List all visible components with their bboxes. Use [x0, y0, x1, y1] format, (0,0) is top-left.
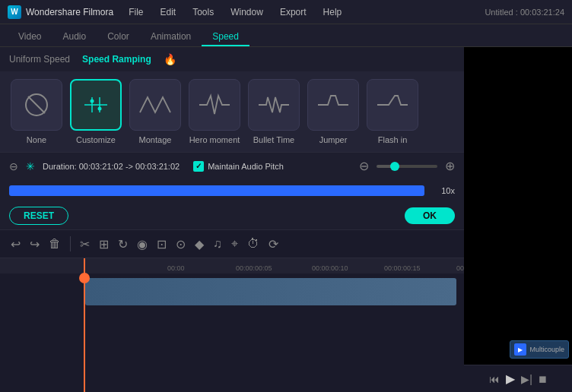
duration-from: 00:03:21:02: [79, 162, 123, 171]
menu-bar: File Edit Tools Window Export Help: [126, 5, 485, 19]
reset-button[interactable]: RESET: [9, 207, 68, 225]
multicouple-thumbnail[interactable]: ▶ Multicouple: [510, 340, 569, 359]
ruler-playhead: [84, 258, 85, 273]
ruler-label-3: 00:00:00:15: [384, 264, 421, 272]
crop-btn[interactable]: ⊞: [96, 234, 112, 254]
app-name: Wondershare Filmora: [26, 7, 113, 17]
preset-flash-in[interactable]: Flash in: [367, 79, 418, 144]
preset-bullet-time[interactable]: Bullet Time: [248, 79, 300, 144]
tab-animation[interactable]: Animation: [140, 28, 202, 46]
freeze-minus-btn[interactable]: ⊖: [9, 160, 18, 172]
preset-flash-in-icon: [373, 90, 412, 120]
speed-track: [9, 185, 424, 196]
menu-export[interactable]: Export: [277, 5, 310, 19]
timeline-tracks: [0, 273, 464, 392]
preset-jumper-box: [307, 79, 359, 131]
color-btn[interactable]: ◉: [134, 234, 151, 254]
menu-tools[interactable]: Tools: [189, 5, 217, 19]
preset-customize-box: [70, 79, 122, 131]
ok-button[interactable]: OK: [405, 207, 455, 224]
maintain-pitch-container[interactable]: ✓ Maintain Audio Pitch: [193, 161, 284, 172]
preset-none-label: None: [27, 135, 46, 144]
preview-skip-fwd-btn[interactable]: ▶|: [521, 373, 532, 385]
preset-customize-label: Customize: [76, 135, 116, 144]
menu-file[interactable]: File: [126, 5, 146, 19]
tab-video[interactable]: Video: [8, 28, 52, 46]
stabilize-btn[interactable]: ⌖: [228, 234, 241, 254]
tab-speed-ramping[interactable]: Speed Ramping: [82, 54, 151, 65]
preset-hero-moment-icon: [195, 90, 234, 120]
svg-point-6: [98, 107, 102, 111]
preset-montage[interactable]: Montage: [129, 79, 181, 144]
freeze-icon: ✳: [26, 160, 35, 172]
preset-bullet-time-label: Bullet Time: [253, 135, 294, 144]
tab-bar: Video Audio Color Animation Speed: [0, 24, 572, 47]
audio-btn[interactable]: ♫: [210, 234, 225, 254]
tab-color[interactable]: Color: [97, 28, 140, 46]
preset-montage-label: Montage: [139, 135, 172, 144]
slider-thumb[interactable]: [390, 162, 399, 171]
speed-btn[interactable]: ⏱: [244, 234, 262, 254]
speed-plus-btn[interactable]: ⊕: [445, 159, 455, 173]
speed-value-label: 10x: [431, 186, 455, 195]
preview-stop-btn[interactable]: ◼: [539, 373, 547, 384]
reverse-btn[interactable]: ⟳: [265, 234, 281, 254]
timeline-area: 00:00 00:00:00:05 00:00:00:10 00:00:00:1…: [0, 258, 464, 392]
ruler-marks: 00:00 00:00:00:05 00:00:00:10 00:00:00:1…: [167, 258, 464, 273]
preview-play-btn[interactable]: ▶: [506, 371, 515, 386]
preset-customize[interactable]: Customize: [70, 79, 122, 144]
preset-jumper[interactable]: Jumper: [307, 79, 359, 144]
delete-btn[interactable]: 🗑: [46, 234, 64, 254]
window-title: Untitled : 00:03:21:24: [485, 8, 564, 17]
preset-jumper-icon: [314, 90, 352, 120]
menu-edit[interactable]: Edit: [157, 5, 180, 19]
speed-minus-btn[interactable]: ⊖: [359, 160, 369, 172]
preset-none-box: [11, 79, 62, 131]
tab-speed[interactable]: Speed: [202, 28, 249, 46]
preset-bullet-time-box: [248, 79, 300, 131]
preset-flash-in-box: [367, 79, 418, 131]
preset-none[interactable]: None: [11, 79, 62, 144]
transform-btn[interactable]: ⊡: [154, 234, 170, 254]
cut-btn[interactable]: ✂: [77, 234, 93, 254]
preset-bullet-time-icon: [255, 90, 293, 120]
playhead-dot: [79, 273, 90, 283]
svg-line-1: [28, 96, 45, 113]
preview-area: ▶ Multicouple: [464, 47, 572, 365]
preset-hero-moment[interactable]: Hero moment: [189, 79, 240, 144]
keyframe-btn[interactable]: ◆: [192, 234, 207, 254]
speed-slider[interactable]: [377, 165, 437, 168]
speed-bar-row: 10x: [0, 179, 464, 202]
menu-window[interactable]: Window: [227, 5, 266, 19]
thumb-play-icon: ▶: [514, 343, 526, 356]
main-area: Uniform Speed Speed Ramping 🔥 None: [0, 47, 572, 392]
action-row: RESET OK: [0, 202, 464, 229]
toolbar-row: ↩ ↪ 🗑 ✂ ⊞ ↻ ◉ ⊡ ⊙ ◆ ♫ ⌖ ⏱ ⟳: [0, 229, 464, 258]
video-track[interactable]: [85, 278, 456, 305]
preview-skip-back-btn[interactable]: ⏮: [489, 373, 500, 385]
rotation-btn[interactable]: ↻: [115, 234, 131, 254]
menu-help[interactable]: Help: [320, 5, 345, 19]
preset-customize-icon: [77, 90, 115, 120]
tab-uniform-speed[interactable]: Uniform Speed: [9, 54, 70, 65]
ruler-label-4: 00:00:00:20: [456, 264, 464, 272]
playhead[interactable]: [84, 273, 85, 392]
tab-audio[interactable]: Audio: [52, 28, 97, 46]
preset-flash-in-label: Flash in: [378, 135, 408, 144]
ruler-label-2: 00:00:00:10: [312, 264, 348, 272]
duration-to: 00:03:21:02: [135, 162, 180, 171]
preset-none-icon: [17, 90, 56, 120]
maintain-pitch-check[interactable]: ✓: [193, 161, 204, 172]
timer-btn[interactable]: ⊙: [173, 234, 189, 254]
preset-jumper-label: Jumper: [319, 135, 348, 144]
redo-btn[interactable]: ↪: [27, 234, 43, 254]
undo-btn[interactable]: ↩: [8, 234, 24, 254]
preview-controls: ⏮ ▶ ▶| ◼: [464, 365, 572, 392]
preset-hero-moment-box: [189, 79, 240, 131]
controls-row: ⊖ ✳ Duration: 00:03:21:02 -> 00:03:21:02…: [0, 152, 464, 179]
toolbar-divider-1: [70, 236, 71, 251]
speed-tabs: Uniform Speed Speed Ramping 🔥: [0, 47, 464, 71]
title-bar: W Wondershare Filmora File Edit Tools Wi…: [0, 0, 572, 24]
duration-arrow: ->: [126, 162, 133, 171]
speed-slider-container: [377, 165, 437, 168]
